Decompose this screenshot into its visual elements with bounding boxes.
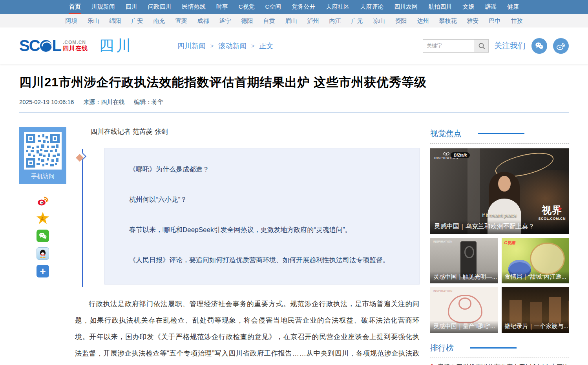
city-link[interactable]: 资阳 xyxy=(395,17,407,25)
sidebar: 视觉焦点 INSPIRATION BIZtalk if it meant pea… xyxy=(430,128,569,365)
play-triangle-icon xyxy=(559,206,562,211)
breadcrumb-current: 正文 xyxy=(259,41,273,51)
video-caption: 食情局｜“甜城”内江邀... xyxy=(502,271,569,283)
scol-logo-text: SC L xyxy=(19,37,61,55)
rank-text: 启程！四川代表团赴京出席十四届全国人大三次会... xyxy=(437,363,569,365)
city-nav: 阿坝 乐山 绵阳 广安 南充 宜宾 成都 遂宁 德阳 自贡 眉山 泸州 内江 广… xyxy=(0,14,588,27)
city-link[interactable]: 攀枝花 xyxy=(439,17,457,25)
video-card[interactable]: C视频 食情局｜“甜城”内江邀... xyxy=(502,238,569,283)
wechat-follow-button[interactable] xyxy=(531,38,547,54)
nav-item[interactable]: 时事 xyxy=(216,0,228,14)
section-dashed-divider xyxy=(430,143,569,144)
city-link[interactable]: 广安 xyxy=(131,17,143,25)
nav-item[interactable]: 天府评论 xyxy=(360,0,383,14)
nav-item[interactable]: 健康 xyxy=(507,0,519,14)
share-qq-icon[interactable] xyxy=(37,247,49,260)
city-link[interactable]: 广元 xyxy=(351,17,363,25)
search-box xyxy=(423,39,489,53)
city-link[interactable]: 阿坝 xyxy=(66,17,77,25)
city-link[interactable]: 成都 xyxy=(197,17,209,25)
featured-video-card[interactable]: INSPIRATION BIZtalk if it meant peace 视界… xyxy=(430,148,569,234)
city-link[interactable]: 凉山 xyxy=(373,17,385,25)
shijie-watermark: 视界 SCOL.COM.CN xyxy=(539,204,566,221)
city-link[interactable]: 内江 xyxy=(329,17,341,25)
nav-item[interactable]: 民情热线 xyxy=(182,0,206,14)
nav-item[interactable]: 四川 xyxy=(126,0,137,14)
city-link[interactable]: 宜宾 xyxy=(175,17,187,25)
share-wechat-icon[interactable] xyxy=(37,230,49,242)
nav-item[interactable]: C空间 xyxy=(265,0,281,14)
video-grid: INSPIRATION 灵感中国｜触见光明—... C视频 食情局｜“甜城”内江… xyxy=(430,238,569,333)
wechat-icon xyxy=(534,41,544,51)
city-link[interactable]: 泸州 xyxy=(307,17,319,25)
city-link[interactable]: 南充 xyxy=(153,17,165,25)
follow-us-label[interactable]: 关注我们 xyxy=(494,40,526,51)
qr-box: 手机访问 xyxy=(19,127,66,184)
quote-box: 《哪吒》为什么是成都造？ 杭州何以“六小龙”？ 春节以来，哪吒和DeepSeek… xyxy=(104,148,420,285)
video-badge: INSPIRATION xyxy=(433,240,453,243)
nav-item-home[interactable]: 首页 xyxy=(69,0,81,14)
video-caption: 灵感中国｜乌克兰和欧洲不配上桌？ xyxy=(430,220,569,234)
video-card[interactable]: INSPIRATION 灵感中国｜触见光明—... xyxy=(430,238,498,283)
nav-item[interactable]: 航拍四川 xyxy=(428,0,452,14)
biztalk-badge: BIZtalk xyxy=(451,152,470,158)
scol-logo[interactable]: SC L .COM.CN 四川在线 四川 xyxy=(19,36,133,56)
breadcrumb-separator: > xyxy=(251,43,254,49)
nav-item[interactable]: 文娱 xyxy=(462,0,474,14)
video-card[interactable]: 微纪录片｜一个家族与... xyxy=(502,287,569,333)
nav-item[interactable]: 问政四川 xyxy=(148,0,172,14)
breadcrumb-link[interactable]: 四川新闻 xyxy=(177,41,206,51)
quote-line: 《人民日报》评论，要追问如何打造优质营商环境、如何开展趋利性执法司法专项监督。 xyxy=(118,256,406,265)
city-link[interactable]: 乐山 xyxy=(88,17,99,25)
qr-label: 手机访问 xyxy=(24,170,62,184)
quote-decoration-line xyxy=(82,149,83,287)
site-header: SC L .COM.CN 四川在线 四川 四川新闻 > 滚动新闻 > 正文 xyxy=(0,27,588,64)
city-link[interactable]: 遂宁 xyxy=(219,17,231,25)
weibo-icon xyxy=(556,41,566,51)
city-link[interactable]: 德阳 xyxy=(241,17,253,25)
quote-line: 《哪吒》为什么是成都造？ xyxy=(118,165,406,174)
video-caption: 微纪录片｜一个家族与... xyxy=(502,321,569,333)
share-qzone-icon[interactable] xyxy=(37,212,49,224)
video-caption: 灵感中国｜触见光明—... xyxy=(430,271,498,283)
search-icon xyxy=(478,42,485,49)
city-link[interactable]: 雅安 xyxy=(467,17,479,25)
search-button[interactable] xyxy=(475,39,489,53)
section-accent-line xyxy=(478,133,524,134)
weibo-follow-button[interactable] xyxy=(553,38,569,54)
section-accent-line xyxy=(470,347,517,349)
nav-item[interactable]: 四川农网 xyxy=(394,0,418,14)
nav-item[interactable]: 天府社区 xyxy=(326,0,349,14)
breadcrumb-link[interactable]: 滚动新闻 xyxy=(218,41,247,51)
video-card[interactable]: INSPIRATION 灵感中国｜量产“哪吒”... xyxy=(430,287,498,333)
article-source: 来源：四川在线 xyxy=(83,99,124,106)
city-link[interactable]: 巴中 xyxy=(489,17,501,25)
rank-number: 1 xyxy=(430,363,434,365)
qzone-star-icon xyxy=(37,212,49,224)
video-caption: 灵感中国｜量产“哪吒”... xyxy=(430,321,498,333)
share-weibo-icon[interactable] xyxy=(37,194,49,207)
article-meta: 2025-02-19 10:06:16 来源：四川在线 编辑：蒋华 xyxy=(19,99,569,106)
section-dashed-divider xyxy=(430,358,569,358)
quote-line: 春节以来，哪吒和DeepSeek引发全网热议，更激发地方政府的“灵魂追问”。 xyxy=(118,225,406,234)
city-link[interactable]: 眉山 xyxy=(285,17,297,25)
nav-item[interactable]: 川观新闻 xyxy=(91,0,115,14)
nav-item[interactable]: 辟谣 xyxy=(485,0,497,14)
city-link[interactable]: 甘孜 xyxy=(511,17,523,25)
nav-item[interactable]: C视觉 xyxy=(239,0,255,14)
share-more-icon[interactable]: + xyxy=(37,265,49,277)
ranking-section: 排行榜 1启程！四川代表团赴京出席十四届全国人大三次会... xyxy=(430,343,569,365)
search-input[interactable] xyxy=(423,39,475,53)
title-divider xyxy=(19,112,569,113)
video-badge: C视频 xyxy=(504,240,516,246)
article-byline: 四川在线记者 范芮菱 张剑 xyxy=(75,127,420,136)
city-link[interactable]: 达州 xyxy=(417,17,429,25)
nav-item[interactable]: 党务公开 xyxy=(292,0,315,14)
city-link[interactable]: 绵阳 xyxy=(110,17,121,25)
ranking-item[interactable]: 1启程！四川代表团赴京出席十四届全国人大三次会... xyxy=(430,363,569,365)
ranking-title: 排行榜 xyxy=(430,343,454,353)
breadcrumb: 四川新闻 > 滚动新闻 > 正文 xyxy=(177,41,273,51)
city-link[interactable]: 自贡 xyxy=(263,17,275,25)
quote-line: 杭州何以“六小龙”？ xyxy=(118,195,406,204)
logo-domain: .COM.CN xyxy=(63,40,88,45)
